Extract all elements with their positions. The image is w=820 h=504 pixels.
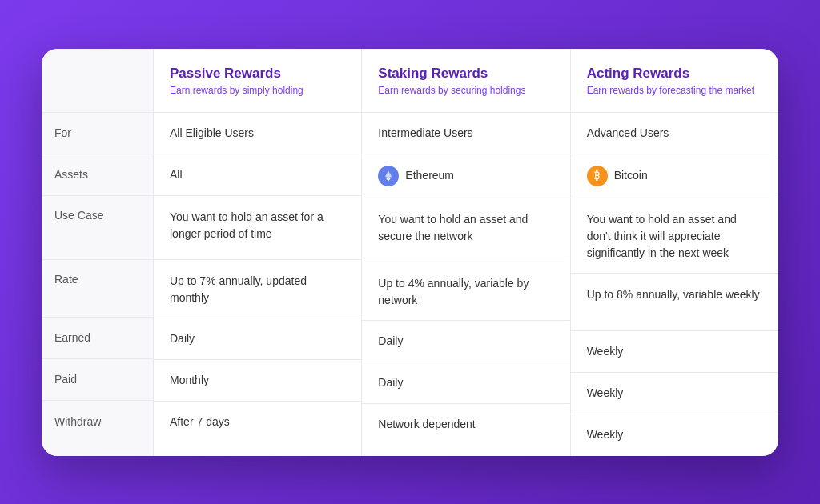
labels-column: For Assets Use Case Rate Earned Paid (42, 49, 154, 456)
staking-for: Intermediate Users (362, 113, 569, 154)
label-withdraw: Withdraw (42, 401, 153, 442)
label-header-spacer (42, 49, 153, 113)
staking-header: Staking Rewards Earn rewards by securing… (362, 49, 569, 113)
acting-subtitle: Earn rewards by forecasting the market (587, 85, 762, 96)
acting-usecase: You want to hold an asset and don't thin… (571, 198, 778, 274)
passive-assets: All (154, 154, 361, 196)
staking-column: Staking Rewards Earn rewards by securing… (362, 49, 570, 456)
acting-withdraw: Weekly (571, 414, 778, 456)
passive-title: Passive Rewards (170, 66, 345, 82)
staking-title: Staking Rewards (378, 66, 553, 82)
staking-paid: Daily (362, 362, 569, 404)
passive-earned: Daily (154, 318, 361, 360)
passive-rate: Up to 7% annually, updated monthly (154, 260, 361, 318)
acting-title: Acting Rewards (587, 66, 762, 82)
staking-subtitle: Earn rewards by securing holdings (378, 85, 553, 96)
staking-withdraw: Network dependent (362, 404, 569, 446)
passive-header: Passive Rewards Earn rewards by simply h… (154, 49, 361, 113)
bitcoin-icon: ₿ (587, 166, 608, 186)
passive-for: All Eligible Users (154, 113, 361, 154)
table-wrapper: For Assets Use Case Rate Earned Paid (42, 49, 778, 456)
passive-subtitle: Earn rewards by simply holding (170, 85, 345, 96)
comparison-table: For Assets Use Case Rate Earned Paid (42, 49, 778, 456)
label-earned: Earned (42, 318, 153, 359)
passive-withdraw: After 7 days (154, 402, 361, 443)
acting-rate: Up to 8% annually, variable weekly (571, 274, 778, 331)
acting-header: Acting Rewards Earn rewards by forecasti… (571, 49, 778, 113)
acting-for: Advanced Users (571, 113, 778, 154)
acting-column: Acting Rewards Earn rewards by forecasti… (571, 49, 778, 456)
label-paid: Paid (42, 359, 153, 401)
staking-earned: Daily (362, 321, 569, 362)
passive-column: Passive Rewards Earn rewards by simply h… (154, 49, 362, 456)
label-usecase: Use Case (42, 196, 153, 260)
ethereum-icon (378, 166, 399, 186)
label-rate: Rate (42, 260, 153, 318)
label-for: For (42, 113, 153, 154)
acting-earned: Weekly (571, 331, 778, 373)
staking-assets: Ethereum (362, 154, 569, 198)
acting-paid: Weekly (571, 373, 778, 414)
staking-rate: Up to 4% annually, variable by network (362, 262, 569, 321)
acting-assets: ₿ Bitcoin (571, 154, 778, 198)
passive-paid: Monthly (154, 360, 361, 402)
page-background: For Assets Use Case Rate Earned Paid (0, 0, 820, 504)
staking-usecase: You want to hold an asset and secure the… (362, 198, 569, 262)
label-assets: Assets (42, 154, 153, 196)
passive-usecase: You want to hold an asset for a longer p… (154, 196, 361, 260)
